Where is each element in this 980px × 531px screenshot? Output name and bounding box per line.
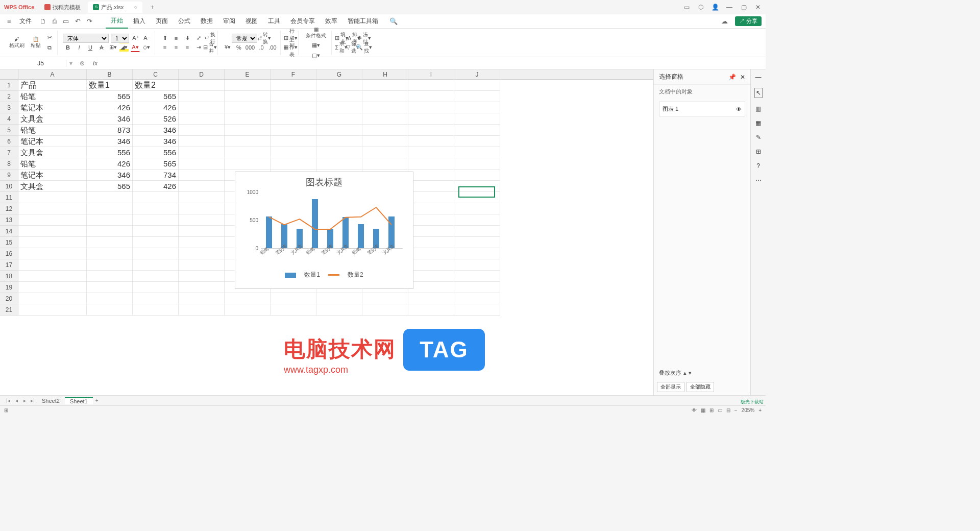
align-left-icon[interactable]: ≡ [160,43,169,52]
convert-button[interactable]: ⇄转换▾ [259,34,268,43]
cell[interactable]: 873 [87,125,133,136]
menu-view[interactable]: 视图 [240,14,263,29]
cell[interactable] [271,102,316,113]
help-icon[interactable]: ? [756,162,760,170]
cell[interactable] [408,192,454,203]
cell[interactable] [454,214,500,226]
increase-decimal-icon[interactable]: .00 [268,43,277,52]
cell[interactable] [316,293,362,304]
cell[interactable] [133,282,179,293]
cell[interactable]: 346 [87,170,133,181]
cell[interactable] [179,181,225,192]
merge-button[interactable]: ⊟合并▾ [205,43,214,52]
tool-icon-2[interactable]: ▦ [755,119,761,127]
cell[interactable] [87,293,133,304]
cell[interactable] [18,293,87,304]
align-right-icon[interactable]: ≡ [183,43,192,52]
bold-button[interactable]: B [63,43,72,52]
app-icon-2[interactable]: ⬡ [697,4,704,11]
move-up-icon[interactable]: ▴ [683,370,687,376]
cell[interactable] [408,271,454,282]
row-header[interactable]: 19 [0,282,18,293]
tab-template[interactable]: 找稻壳模板 [39,2,86,13]
undo-icon[interactable]: ↶ [75,17,81,25]
cell[interactable] [454,203,500,214]
underline-button[interactable]: U [86,43,95,52]
cell[interactable] [133,237,179,248]
cell[interactable] [316,113,362,125]
cell[interactable]: 铅笔 [18,158,87,170]
cell[interactable] [87,214,133,226]
cell[interactable]: 文具盒 [18,147,87,158]
cell[interactable] [408,91,454,102]
view-icon-2[interactable]: ▦ [701,407,705,413]
redo-icon[interactable]: ↷ [87,17,92,25]
cell[interactable] [225,158,271,170]
cell[interactable] [271,91,316,102]
cell[interactable] [133,293,179,304]
view-icon-1[interactable]: 👁 [692,407,697,413]
cell[interactable] [408,293,454,304]
cell[interactable] [18,271,87,282]
cell[interactable] [454,113,500,125]
select-icon[interactable]: ↖ [754,88,763,98]
cell[interactable] [87,203,133,214]
row-header[interactable]: 16 [0,248,18,259]
cell[interactable] [454,271,500,282]
zoom-in-icon[interactable]: + [758,407,762,413]
cell[interactable] [133,192,179,203]
cell[interactable] [179,158,225,170]
cell[interactable] [133,203,179,214]
cell[interactable] [179,259,225,271]
row-header[interactable]: 20 [0,293,18,304]
cell[interactable]: 426 [87,158,133,170]
cell[interactable] [225,304,271,316]
cell[interactable] [225,136,271,147]
menu-home[interactable]: 开始 [106,14,128,29]
cut-icon[interactable]: ✂ [45,33,54,42]
first-sheet-icon[interactable]: |◂ [4,398,12,403]
cell[interactable] [454,102,500,113]
border-button[interactable]: ⊞▾ [108,43,117,52]
cell[interactable] [179,136,225,147]
cell[interactable] [408,102,454,113]
cell[interactable]: 426 [133,102,179,113]
cell[interactable] [179,91,225,102]
italic-button[interactable]: I [75,43,84,52]
cell[interactable] [133,271,179,282]
cell[interactable]: 565 [87,181,133,192]
cell[interactable] [271,113,316,125]
row-header[interactable]: 10 [0,181,18,192]
cell[interactable] [362,125,408,136]
col-header[interactable]: H [362,69,408,79]
hide-all-button[interactable]: 全部隐藏 [687,382,714,392]
row-header[interactable]: 8 [0,158,18,170]
cell[interactable] [179,125,225,136]
formula-input[interactable] [102,58,766,68]
align-middle-icon[interactable]: ≡ [172,34,181,43]
search-icon[interactable]: 🔍 [389,17,398,25]
cell[interactable] [179,192,225,203]
row-header[interactable]: 5 [0,125,18,136]
font-color-button[interactable]: A▾ [131,43,140,52]
cell[interactable] [316,125,362,136]
cell[interactable] [179,282,225,293]
cell[interactable] [408,304,454,316]
cell[interactable] [179,80,225,91]
cell[interactable] [179,293,225,304]
cell[interactable]: 346 [133,136,179,147]
add-sheet-icon[interactable]: + [93,398,101,403]
cell[interactable] [18,226,87,237]
cell[interactable] [408,80,454,91]
cell[interactable] [225,91,271,102]
cell[interactable]: 565 [133,91,179,102]
status-icon[interactable]: ⊞ [4,407,8,413]
prev-sheet-icon[interactable]: ◂ [12,398,20,403]
cell[interactable]: 426 [133,181,179,192]
cell[interactable] [179,248,225,259]
cell[interactable] [87,282,133,293]
cell[interactable] [454,91,500,102]
cell[interactable] [179,203,225,214]
cell[interactable] [225,113,271,125]
clear-format-button[interactable]: ◇▾ [142,43,151,52]
